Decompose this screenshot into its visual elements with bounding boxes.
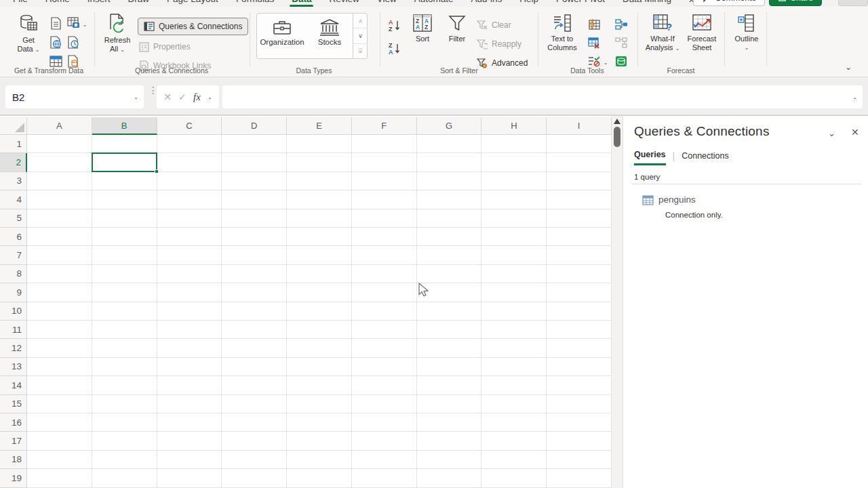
cell-E9[interactable] (287, 283, 352, 302)
stocks-data-type[interactable]: Stocks (306, 18, 353, 46)
cell-B5[interactable] (92, 209, 157, 228)
cell-E2[interactable] (287, 153, 352, 171)
cell-B9[interactable] (92, 283, 157, 302)
column-header-H[interactable]: H (481, 117, 547, 135)
cell-D9[interactable] (222, 283, 287, 302)
column-header-I[interactable]: I (547, 117, 612, 135)
cell-H2[interactable] (481, 153, 547, 171)
refresh-all-button[interactable]: Refresh All ⌄ (99, 14, 136, 54)
cell-E6[interactable] (287, 228, 352, 246)
flash-fill-button[interactable] (587, 18, 601, 31)
tab-queries[interactable]: Queries (634, 150, 666, 165)
cell-C8[interactable] (157, 265, 222, 283)
row-header-13[interactable]: 13 (0, 358, 27, 376)
cell-E16[interactable] (287, 413, 352, 432)
cell-I8[interactable] (547, 265, 612, 283)
cell-F11[interactable] (352, 321, 417, 339)
cell-E1[interactable] (287, 135, 352, 153)
row-header-18[interactable]: 18 (0, 451, 27, 469)
what-if-analysis-button[interactable]: ? What-If Analysis ⌄ (643, 14, 682, 53)
cell-C13[interactable] (157, 358, 222, 376)
cell-C1[interactable] (157, 135, 222, 153)
row-header-6[interactable]: 6 (0, 228, 27, 246)
cell-F19[interactable] (352, 469, 417, 487)
cell-E10[interactable] (287, 302, 352, 321)
column-header-D[interactable]: D (222, 117, 287, 135)
cell-F17[interactable] (352, 432, 417, 450)
outline-dropdown[interactable]: ⌄ (745, 43, 749, 52)
cell-E11[interactable] (287, 321, 352, 339)
share-button[interactable]: Share (769, 0, 822, 6)
cell-E15[interactable] (287, 395, 352, 413)
cell-A8[interactable] (27, 265, 92, 283)
cell-E4[interactable] (287, 190, 352, 209)
comments-button[interactable]: Comments (693, 0, 765, 6)
menu-tab-draw[interactable]: Draw (119, 0, 159, 7)
row-header-15[interactable]: 15 (0, 395, 27, 413)
cell-C3[interactable] (157, 172, 222, 190)
queries-connections-button[interactable]: Queries & Connections (138, 18, 248, 35)
cell-B14[interactable] (92, 376, 157, 394)
cell-I9[interactable] (547, 283, 612, 302)
get-data-button[interactable]: Get Data ⌄ (9, 14, 47, 54)
cell-C18[interactable] (157, 451, 222, 469)
cell-E17[interactable] (287, 432, 352, 450)
cell-I4[interactable] (547, 190, 612, 209)
panel-close-icon[interactable]: ✕ (851, 127, 859, 138)
cell-G8[interactable] (417, 265, 482, 283)
cell-C9[interactable] (157, 283, 222, 302)
cell-E3[interactable] (287, 172, 352, 190)
recent-sources-button[interactable] (66, 35, 80, 49)
column-header-B[interactable]: B (92, 117, 157, 135)
scrollbar-thumb[interactable] (614, 127, 620, 147)
menu-tab-data-mining[interactable]: Data Mining (614, 0, 680, 7)
cell-G19[interactable] (417, 469, 482, 487)
cell-A15[interactable] (27, 395, 92, 413)
row-header-14[interactable]: 14 (0, 376, 27, 394)
sort-button[interactable]: ZAAZ Sort (407, 14, 438, 43)
cell-C14[interactable] (157, 376, 222, 394)
cell-A9[interactable] (27, 283, 92, 302)
from-table-range-button[interactable] (49, 54, 62, 68)
cell-D14[interactable] (222, 376, 287, 394)
organization-data-type[interactable]: Organization (258, 18, 306, 46)
cell-F4[interactable] (352, 190, 417, 209)
cell-I18[interactable] (547, 451, 612, 469)
column-header-A[interactable]: A (27, 117, 92, 135)
row-header-4[interactable]: 4 (0, 190, 27, 209)
menu-tab-data[interactable]: Data (283, 0, 320, 7)
menu-tab-help[interactable]: Help (511, 0, 547, 7)
cell-H10[interactable] (481, 302, 547, 321)
cell-I19[interactable] (547, 469, 612, 487)
cell-E7[interactable] (287, 246, 352, 264)
menu-tab-page-layout[interactable]: Page Layout (158, 0, 227, 7)
formula-bar-expand-icon[interactable]: ⌄ (852, 94, 857, 100)
scrollbar-up-icon[interactable] (614, 119, 620, 124)
column-header-F[interactable]: F (352, 117, 417, 135)
cell-H4[interactable] (481, 190, 547, 209)
cell-H13[interactable] (481, 358, 547, 376)
cell-D7[interactable] (222, 246, 287, 264)
cell-G15[interactable] (417, 395, 482, 413)
cell-A12[interactable] (27, 339, 92, 357)
active-cell-selection[interactable] (92, 152, 157, 171)
menu-tab-review[interactable]: Review (320, 0, 368, 7)
gallery-up-button[interactable]: ∧ (353, 14, 368, 28)
cell-D17[interactable] (222, 432, 287, 450)
cell-F5[interactable] (352, 209, 417, 228)
cell-G7[interactable] (417, 246, 482, 264)
forecast-sheet-button[interactable]: Forecast Sheet (684, 14, 720, 52)
insert-function-icon[interactable]: fx (193, 92, 201, 103)
menu-tab-power-pivot[interactable]: Power Pivot (547, 0, 614, 7)
filter-button[interactable]: Filter (442, 14, 472, 43)
cell-F16[interactable] (352, 413, 417, 432)
spreadsheet-grid[interactable]: ABCDEFGHI12345678910111213141516171819 (0, 115, 612, 488)
row-header-10[interactable]: 10 (0, 302, 27, 321)
cell-G2[interactable] (417, 153, 482, 171)
cell-I6[interactable] (547, 228, 612, 246)
manage-data-model-button[interactable] (614, 54, 628, 68)
cell-G12[interactable] (417, 339, 482, 357)
cell-H17[interactable] (481, 432, 547, 450)
cell-B18[interactable] (92, 451, 157, 469)
row-header-2[interactable]: 2 (0, 153, 27, 171)
